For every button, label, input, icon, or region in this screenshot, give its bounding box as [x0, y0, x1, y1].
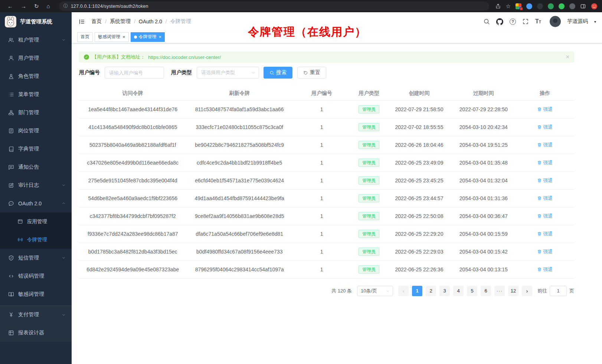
force-logout-label: 强退	[543, 213, 553, 219]
user-type-cell: 管理员	[351, 154, 387, 172]
sidebar-toggle-icon[interactable]	[580, 3, 586, 9]
tab-close-icon[interactable]: ×	[159, 34, 162, 39]
font-size-icon[interactable]: TT	[535, 19, 541, 24]
pagination-page-6[interactable]: 6	[481, 286, 491, 296]
profile-avatar-icon[interactable]	[591, 3, 598, 10]
sidebar-menu: 租户管理 用户管理 角色管理 菜单管理 部门管理 岗位管理 字典管理 通知公告 …	[0, 31, 72, 364]
sidebar-item-audit-log[interactable]: 审计日志	[0, 176, 72, 194]
tab-home[interactable]: 首页	[77, 32, 93, 42]
force-logout-button[interactable]: 强退	[537, 231, 553, 237]
help-icon[interactable]: ?	[510, 19, 516, 25]
pagination-prev-button[interactable]: ‹	[398, 286, 409, 296]
breadcrumb-item[interactable]: OAuth 2.0	[139, 19, 162, 24]
sidebar-item-error-code[interactable]: 错误码管理	[0, 267, 72, 285]
browser-reload-button[interactable]: ↻	[34, 3, 39, 9]
column-header-refresh-token: 刷新令牌	[186, 86, 292, 100]
sidebar-item-user[interactable]: 用户管理	[0, 49, 72, 67]
refresh-token-cell: 9ce8ef2aa9f14056b831ae9b608e28d5	[186, 207, 292, 225]
sidebar-item-menu[interactable]: 菜单管理	[0, 85, 72, 103]
browser-back-button[interactable]: ←	[7, 3, 13, 9]
browser-forward-button[interactable]: →	[21, 3, 26, 9]
sidebar-item-report[interactable]: 报表设计器	[0, 324, 72, 342]
breadcrumb-item[interactable]: 系统管理	[110, 18, 131, 25]
extension-icon[interactable]	[516, 3, 521, 9]
pagination-page-1[interactable]: 1	[412, 286, 422, 296]
share-icon[interactable]	[495, 3, 501, 9]
fullscreen-icon[interactable]	[522, 18, 529, 25]
goto-page-input[interactable]	[550, 286, 567, 296]
force-logout-label: 强退	[543, 142, 553, 148]
sidebar-item-oauth2[interactable]: OAuth 2.0	[0, 194, 72, 212]
pagination-page-12[interactable]: 12	[508, 286, 518, 296]
extension-icon[interactable]	[548, 3, 554, 9]
sidebar-item-pay[interactable]: 支付管理	[0, 305, 72, 324]
table-row: 275e5de9151045fe87cbdc395e004f4d e6cfd40…	[79, 172, 574, 189]
pagination-next-button[interactable]: ›	[522, 286, 532, 296]
sidebar-item-post[interactable]: 岗位管理	[0, 122, 72, 140]
user-menu-caret-icon[interactable]: ▾	[594, 20, 596, 24]
sidebar-fold-icon[interactable]	[78, 18, 85, 25]
alert-doc-link[interactable]: https://doc.iocoder.cn/user-center/	[148, 54, 221, 60]
force-logout-button[interactable]: 强退	[537, 213, 553, 219]
bookmark-star-icon[interactable]: ☆	[506, 3, 511, 9]
tab-close-icon[interactable]: ×	[122, 34, 125, 39]
created-time-cell: 2022-06-26 18:04:46	[387, 136, 451, 154]
force-logout-button[interactable]: 强退	[537, 106, 553, 113]
sidebar-item-oauth2-app[interactable]: 应用管理	[0, 212, 72, 231]
sidebar-item-dept[interactable]: 部门管理	[0, 103, 72, 122]
user-type-badge: 管理员	[359, 176, 379, 185]
menu-item-icon	[8, 291, 14, 297]
force-logout-button[interactable]: 强退	[537, 159, 553, 166]
reset-button[interactable]: 重置	[297, 67, 326, 79]
extension-icon[interactable]	[559, 3, 565, 9]
extension-icon[interactable]	[526, 3, 532, 9]
force-logout-button[interactable]: 强退	[537, 124, 553, 130]
tab-label: 令牌管理	[139, 34, 157, 40]
force-logout-button[interactable]: 强退	[537, 248, 553, 255]
pagination-page-5[interactable]: 5	[467, 286, 477, 296]
sidebar-item-sensitive-word[interactable]: 敏感词管理	[0, 285, 72, 303]
user-type-cell: 管理员	[351, 261, 387, 278]
sidebar-item-role[interactable]: 角色管理	[0, 67, 72, 85]
github-icon[interactable]	[496, 18, 503, 25]
extension-icon[interactable]	[569, 3, 575, 9]
browser-home-button[interactable]: ⌂	[47, 3, 50, 9]
user-type-select[interactable]: 请选择用户类型	[197, 67, 259, 79]
tab-token[interactable]: 令牌管理×	[131, 32, 165, 42]
extension-icon[interactable]	[537, 3, 543, 9]
sidebar-item-sms[interactable]: 短信管理	[0, 249, 72, 267]
tab-sensitive-word[interactable]: 敏感词管理×	[95, 32, 129, 42]
force-logout-button[interactable]: 强退	[537, 142, 553, 148]
sidebar-item-dict[interactable]: 字典管理	[0, 140, 72, 158]
user-type-cell: 管理员	[351, 172, 387, 189]
column-header-user-type: 用户类型	[351, 86, 387, 100]
search-icon[interactable]	[483, 18, 490, 25]
breadcrumb-item[interactable]: 首页	[91, 18, 102, 25]
pagination-ellipsis[interactable]: ···	[494, 286, 505, 296]
sidebar-item-notice[interactable]: 通知公告	[0, 158, 72, 176]
user-id-input[interactable]	[105, 67, 164, 79]
menu-item-label: 应用管理	[27, 218, 66, 225]
force-logout-button[interactable]: 强退	[537, 266, 553, 273]
table-row: 502375b8040a469a9b82188afdf6af1f be90422…	[79, 136, 574, 154]
pagination-page-4[interactable]: 4	[453, 286, 464, 296]
logo-row[interactable]: 芋道管理系统	[0, 12, 72, 31]
pagination-page-2[interactable]: 2	[426, 286, 436, 296]
refresh-token-cell: 811c530487574fa0af1a59d3abc1aa66	[186, 100, 292, 118]
sidebar-item-tenant[interactable]: 租户管理	[0, 31, 72, 49]
force-logout-button[interactable]: 强退	[537, 177, 553, 184]
menu-item-icon	[8, 201, 14, 206]
menu-item-icon	[8, 312, 14, 318]
alert-close-icon[interactable]: ×	[566, 54, 569, 60]
page-size-select[interactable]: 10条/页	[357, 286, 393, 296]
user-avatar[interactable]	[550, 16, 561, 27]
search-button[interactable]: 搜索	[264, 67, 292, 79]
force-logout-label: 强退	[543, 195, 553, 202]
force-logout-button[interactable]: 强退	[537, 195, 553, 202]
sidebar-item-oauth2-token[interactable]: 令牌管理	[0, 231, 72, 249]
force-logout-label: 强退	[543, 177, 553, 184]
site-info-icon[interactable]: ⓘ	[63, 3, 68, 9]
browser-url-bar[interactable]: ⓘ 127.0.0.1:1024/system/oauth2/token	[59, 1, 489, 11]
pagination-page-3[interactable]: 3	[439, 286, 450, 296]
breadcrumb: 首页/系统管理/OAuth 2.0/令牌管理	[91, 18, 191, 25]
